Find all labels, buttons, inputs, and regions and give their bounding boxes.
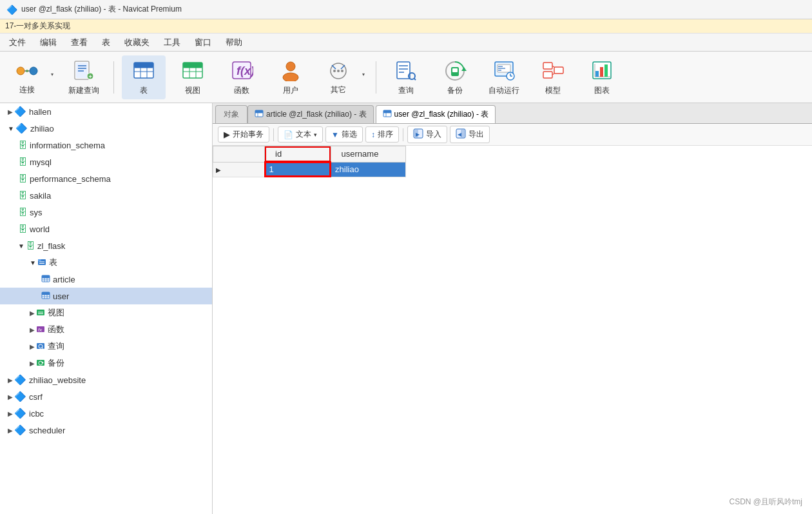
sidebar-item-backup-folder[interactable]: ▶ 备份 bbox=[0, 355, 212, 371]
column-header-username[interactable]: username bbox=[331, 146, 405, 163]
sidebar-item-user[interactable]: user bbox=[0, 288, 212, 304]
svg-point-3 bbox=[26, 70, 28, 72]
db-icon-zl-flask: 🗄 bbox=[26, 241, 35, 251]
data-table: id username ▶ 1 bbox=[213, 146, 406, 177]
db-icon-sys: 🗄 bbox=[18, 207, 27, 217]
toolbar-autorun-button[interactable]: 自动运行 bbox=[482, 55, 526, 99]
import-button[interactable]: ▶ 导入 bbox=[407, 126, 447, 143]
other-arrow[interactable]: ▾ bbox=[359, 72, 368, 83]
sidebar-item-func-folder[interactable]: ▶ fx 函数 bbox=[0, 321, 212, 338]
sidebar-item-hallen[interactable]: ▶ 🔷 hallen bbox=[0, 103, 212, 120]
action-bar: ▶ 开始事务 📄 文本 ▾ ▼ 筛选 ↕ 排序 bbox=[213, 124, 812, 146]
toolbar-newquery-button[interactable]: + 新建查询 bbox=[62, 55, 106, 99]
sidebar-item-scheduler[interactable]: ▶ 🔷 scheduler bbox=[0, 422, 212, 439]
svg-rect-33 bbox=[397, 62, 410, 79]
toolbar-table-button[interactable]: 表 bbox=[122, 55, 166, 99]
sidebar-item-query-folder[interactable]: ▶ 查询 bbox=[0, 338, 212, 355]
sidebar-item-zl-flask[interactable]: ▼ 🗄 zl_flask bbox=[0, 237, 212, 254]
zhiliao-website-label: zhiliao_website bbox=[29, 375, 86, 385]
csrf-label: csrf bbox=[29, 392, 43, 402]
title-text: user @zl_flask (zhiliao) - 表 - Navicat P… bbox=[21, 4, 182, 15]
menu-view[interactable]: 查看 bbox=[64, 35, 94, 50]
func-folder-label: 函数 bbox=[48, 324, 64, 335]
sidebar-item-tables-folder[interactable]: ▼ 表 bbox=[0, 254, 212, 271]
toolbar-backup-button[interactable]: 备份 bbox=[433, 55, 477, 99]
connect-label: 连接 bbox=[19, 84, 35, 95]
cell-username-1[interactable]: zhiliao bbox=[331, 162, 405, 177]
func-folder-arrow-icon: ▶ bbox=[30, 326, 35, 333]
hallen-label: hallen bbox=[29, 107, 52, 117]
svg-rect-92 bbox=[383, 110, 391, 113]
toolbar-connect-button[interactable]: 连接 ▾ bbox=[6, 55, 57, 99]
watermark-text: CSDN @且听风吟tmj bbox=[729, 497, 802, 506]
views-folder-arrow-icon: ▶ bbox=[30, 310, 35, 317]
sidebar-item-icbc[interactable]: ▶ 🔷 icbc bbox=[0, 405, 212, 422]
zhiliao-website-arrow-icon: ▶ bbox=[8, 377, 13, 384]
menu-tools[interactable]: 工具 bbox=[157, 35, 187, 50]
tab-objects[interactable]: 对象 bbox=[215, 105, 247, 123]
svg-rect-88 bbox=[255, 110, 263, 113]
svg-text:f(x): f(x) bbox=[237, 64, 253, 77]
svg-rect-57 bbox=[595, 71, 599, 77]
zhiliao-website-server-icon: 🔷 bbox=[14, 374, 26, 386]
tab-article[interactable]: article @zl_flask (zhiliao) - 表 bbox=[247, 105, 374, 123]
icbc-server-icon: 🔷 bbox=[14, 408, 26, 419]
column-header-id[interactable]: id bbox=[265, 146, 331, 163]
toolbar-view-button[interactable]: 视图 bbox=[171, 55, 215, 99]
menu-file[interactable]: 文件 bbox=[3, 35, 32, 50]
user-icon bbox=[278, 58, 304, 83]
tab-user[interactable]: user @zl_flask (zhiliao) - 表 bbox=[376, 105, 496, 123]
sidebar-item-performance-schema[interactable]: 🗄 performance_schema bbox=[0, 170, 212, 187]
tables-folder-icon bbox=[37, 257, 46, 268]
sidebar-item-sakila[interactable]: 🗄 sakila bbox=[0, 187, 212, 204]
sidebar-item-zhiliao-website[interactable]: ▶ 🔷 zhiliao_website bbox=[0, 371, 212, 388]
filter-button[interactable]: ▼ 筛选 bbox=[325, 126, 363, 143]
toolbar-func-button[interactable]: f(x) 函数 bbox=[220, 55, 264, 99]
scheduler-label: scheduler bbox=[29, 426, 65, 435]
toolbar-query-button[interactable]: 查询 bbox=[384, 55, 428, 99]
connect-arrow[interactable]: ▾ bbox=[48, 72, 57, 83]
backup-icon bbox=[442, 58, 468, 83]
menu-window[interactable]: 窗口 bbox=[188, 35, 218, 50]
zhiliao-server-icon: 🔷 bbox=[15, 123, 28, 134]
connect-icon bbox=[14, 59, 40, 83]
toolbar-chart-button[interactable]: 图表 bbox=[580, 55, 624, 99]
export-button[interactable]: ◀ 导出 bbox=[450, 126, 490, 143]
db-icon-performance: 🗄 bbox=[18, 173, 27, 184]
article-table-icon bbox=[41, 274, 50, 285]
text-button[interactable]: 📄 文本 ▾ bbox=[278, 126, 323, 143]
sidebar-item-article[interactable]: article bbox=[0, 271, 212, 288]
sidebar-item-csrf[interactable]: ▶ 🔷 csrf bbox=[0, 388, 212, 405]
sort-button[interactable]: ↕ 排序 bbox=[365, 126, 399, 143]
import-label: 导入 bbox=[426, 129, 441, 140]
backup-folder-label: 备份 bbox=[48, 357, 64, 369]
sidebar-item-mysql[interactable]: 🗄 mysql bbox=[0, 153, 212, 170]
menu-help[interactable]: 帮助 bbox=[219, 35, 249, 50]
user-label: user bbox=[53, 292, 69, 301]
sidebar-item-zhiliao[interactable]: ▼ 🔷 zhiliao bbox=[0, 120, 212, 137]
tab-bar: 对象 article @zl_flask (zhiliao) - 表 user … bbox=[213, 103, 812, 124]
menu-table[interactable]: 表 bbox=[95, 35, 117, 50]
sakila-label: sakila bbox=[30, 191, 51, 201]
svg-rect-18 bbox=[183, 63, 202, 68]
svg-rect-72 bbox=[42, 292, 50, 295]
filter-icon: ▼ bbox=[331, 130, 339, 139]
world-label: world bbox=[30, 224, 50, 234]
cell-id-1[interactable]: 1 bbox=[265, 162, 331, 177]
toolbar-model-button[interactable]: 模型 bbox=[531, 55, 575, 99]
menu-favorites[interactable]: 收藏夹 bbox=[118, 35, 156, 50]
sidebar-item-sys[interactable]: 🗄 sys bbox=[0, 204, 212, 221]
tab-objects-label: 对象 bbox=[224, 109, 239, 120]
sidebar-item-world[interactable]: 🗄 world bbox=[0, 221, 212, 237]
chart-icon bbox=[589, 58, 615, 83]
begin-transaction-button[interactable]: ▶ 开始事务 bbox=[218, 126, 269, 143]
sidebar-item-views-folder[interactable]: ▶ 视图 bbox=[0, 304, 212, 321]
sidebar-item-information-schema[interactable]: 🗄 information_schema bbox=[0, 137, 212, 153]
svg-text:fx: fx bbox=[38, 327, 43, 333]
export-icon: ◀ bbox=[456, 128, 466, 141]
menu-edit[interactable]: 编辑 bbox=[34, 35, 63, 50]
toolbar-user-button[interactable]: 用户 bbox=[269, 55, 313, 99]
text-label: 文本 bbox=[296, 129, 311, 140]
toolbar-other-button[interactable]: 其它 ▾ bbox=[318, 55, 368, 99]
chart-label: 图表 bbox=[594, 85, 610, 96]
